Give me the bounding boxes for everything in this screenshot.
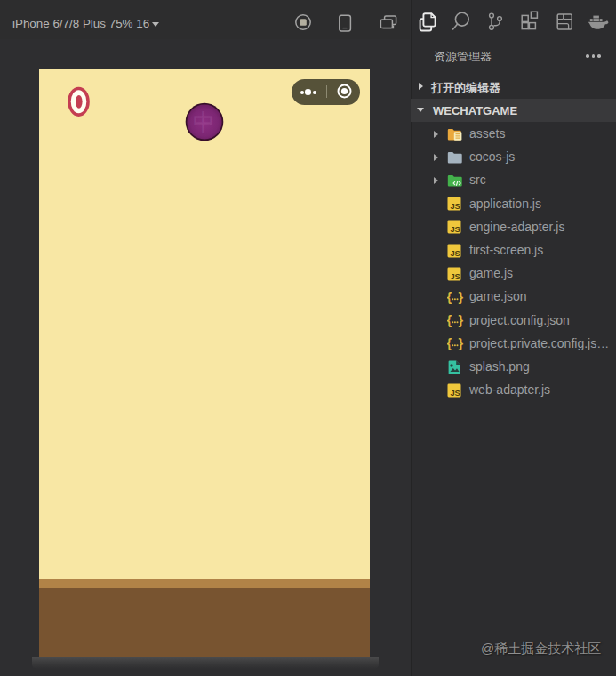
svg-text:JS: JS	[450, 225, 460, 234]
svg-text:JS: JS	[450, 248, 460, 257]
svg-text:}: }	[459, 337, 464, 351]
svg-text:{: {	[447, 337, 452, 351]
svg-text:{: {	[447, 313, 452, 327]
svg-text:}: }	[459, 290, 464, 304]
svg-text:{: {	[447, 290, 452, 304]
svg-text:}: }	[459, 313, 464, 327]
svg-text:中: 中	[194, 109, 216, 134]
svg-text:JS: JS	[450, 202, 460, 211]
svg-text:JS: JS	[450, 388, 460, 397]
svg-text:JS: JS	[450, 271, 460, 280]
